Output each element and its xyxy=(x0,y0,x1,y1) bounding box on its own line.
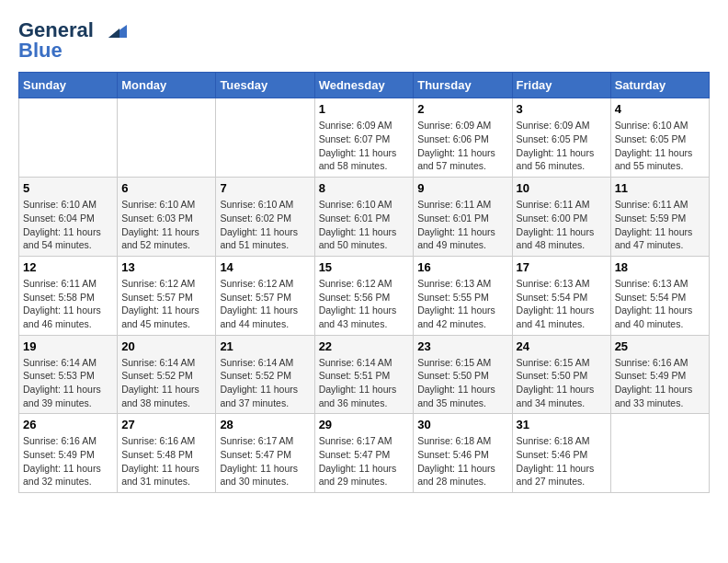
day-number: 22 xyxy=(319,339,410,353)
day-number: 18 xyxy=(615,260,705,274)
day-number: 17 xyxy=(517,260,607,274)
calendar-cell: 18Sunrise: 6:13 AMSunset: 5:54 PMDayligh… xyxy=(610,256,709,335)
calendar-table: SundayMondayTuesdayWednesdayThursdayFrid… xyxy=(18,72,710,493)
calendar-cell: 20Sunrise: 6:14 AMSunset: 5:52 PMDayligh… xyxy=(118,335,216,414)
day-number: 3 xyxy=(517,102,607,116)
calendar-cell: 19Sunrise: 6:14 AMSunset: 5:53 PMDayligh… xyxy=(19,335,118,414)
day-info: Sunrise: 6:17 AMSunset: 5:47 PMDaylight:… xyxy=(319,434,410,488)
day-info: Sunrise: 6:12 AMSunset: 5:57 PMDaylight:… xyxy=(220,277,310,331)
day-number: 10 xyxy=(517,181,607,195)
calendar-cell: 17Sunrise: 6:13 AMSunset: 5:54 PMDayligh… xyxy=(512,256,610,335)
day-info: Sunrise: 6:16 AMSunset: 5:49 PMDaylight:… xyxy=(23,434,113,488)
calendar-cell: 22Sunrise: 6:14 AMSunset: 5:51 PMDayligh… xyxy=(314,335,414,414)
calendar-cell: 15Sunrise: 6:12 AMSunset: 5:56 PMDayligh… xyxy=(314,256,414,335)
calendar-cell: 30Sunrise: 6:18 AMSunset: 5:46 PMDayligh… xyxy=(414,414,512,493)
svg-marker-1 xyxy=(108,29,119,38)
day-number: 5 xyxy=(23,181,113,195)
calendar-week-5: 26Sunrise: 6:16 AMSunset: 5:49 PMDayligh… xyxy=(19,414,710,493)
day-number: 1 xyxy=(319,102,410,116)
logo-icon xyxy=(101,21,127,41)
day-number: 23 xyxy=(417,339,507,353)
day-number: 28 xyxy=(220,418,310,431)
day-info: Sunrise: 6:18 AMSunset: 5:46 PMDaylight:… xyxy=(417,434,507,488)
calendar-cell: 24Sunrise: 6:15 AMSunset: 5:50 PMDayligh… xyxy=(512,335,610,414)
day-number: 6 xyxy=(121,181,211,195)
day-number: 9 xyxy=(417,181,507,195)
calendar-cell: 16Sunrise: 6:13 AMSunset: 5:55 PMDayligh… xyxy=(414,256,512,335)
day-number: 30 xyxy=(417,418,507,431)
day-number: 15 xyxy=(319,260,410,274)
calendar-cell: 12Sunrise: 6:11 AMSunset: 5:58 PMDayligh… xyxy=(19,256,118,335)
day-number: 8 xyxy=(319,181,410,195)
calendar-week-2: 5Sunrise: 6:10 AMSunset: 6:04 PMDaylight… xyxy=(19,178,710,257)
calendar-cell xyxy=(19,98,118,178)
day-info: Sunrise: 6:12 AMSunset: 5:57 PMDaylight:… xyxy=(121,277,211,331)
day-info: Sunrise: 6:18 AMSunset: 5:46 PMDaylight:… xyxy=(517,434,607,488)
calendar-cell: 23Sunrise: 6:15 AMSunset: 5:50 PMDayligh… xyxy=(414,335,512,414)
day-info: Sunrise: 6:14 AMSunset: 5:52 PMDaylight:… xyxy=(121,356,211,410)
weekday-header-monday: Monday xyxy=(118,73,216,98)
day-info: Sunrise: 6:17 AMSunset: 5:47 PMDaylight:… xyxy=(220,434,310,488)
calendar-cell: 29Sunrise: 6:17 AMSunset: 5:47 PMDayligh… xyxy=(314,414,414,493)
calendar-cell: 10Sunrise: 6:11 AMSunset: 6:00 PMDayligh… xyxy=(512,178,610,257)
day-number: 7 xyxy=(220,181,310,195)
calendar-cell: 6Sunrise: 6:10 AMSunset: 6:03 PMDaylight… xyxy=(118,178,216,257)
day-number: 24 xyxy=(517,339,607,353)
day-number: 2 xyxy=(417,102,507,116)
day-number: 26 xyxy=(23,418,113,431)
day-number: 29 xyxy=(319,418,410,431)
calendar-cell: 9Sunrise: 6:11 AMSunset: 6:01 PMDaylight… xyxy=(414,178,512,257)
weekday-header-friday: Friday xyxy=(512,73,610,98)
calendar-cell: 11Sunrise: 6:11 AMSunset: 5:59 PMDayligh… xyxy=(610,178,709,257)
calendar-cell xyxy=(118,98,216,178)
weekday-header-sunday: Sunday xyxy=(19,73,118,98)
calendar-cell xyxy=(610,414,709,493)
day-info: Sunrise: 6:12 AMSunset: 5:56 PMDaylight:… xyxy=(319,277,410,331)
day-number: 31 xyxy=(517,418,607,431)
day-number: 13 xyxy=(121,260,211,274)
weekday-header-thursday: Thursday xyxy=(414,73,512,98)
weekday-header-tuesday: Tuesday xyxy=(216,73,314,98)
weekday-header-wednesday: Wednesday xyxy=(314,73,414,98)
day-info: Sunrise: 6:13 AMSunset: 5:54 PMDaylight:… xyxy=(517,277,607,331)
day-number: 12 xyxy=(23,260,113,274)
logo: General Blue xyxy=(18,18,127,63)
calendar-cell: 26Sunrise: 6:16 AMSunset: 5:49 PMDayligh… xyxy=(19,414,118,493)
calendar-cell: 27Sunrise: 6:16 AMSunset: 5:48 PMDayligh… xyxy=(118,414,216,493)
calendar-cell: 4Sunrise: 6:10 AMSunset: 6:05 PMDaylight… xyxy=(610,98,709,178)
calendar-cell xyxy=(216,98,314,178)
day-number: 21 xyxy=(220,339,310,353)
page-header: General Blue xyxy=(18,18,710,63)
calendar-week-3: 12Sunrise: 6:11 AMSunset: 5:58 PMDayligh… xyxy=(19,256,710,335)
calendar-cell: 1Sunrise: 6:09 AMSunset: 6:07 PMDaylight… xyxy=(314,98,414,178)
day-info: Sunrise: 6:16 AMSunset: 5:49 PMDaylight:… xyxy=(615,356,705,410)
day-info: Sunrise: 6:10 AMSunset: 6:03 PMDaylight:… xyxy=(121,198,211,252)
weekday-header-saturday: Saturday xyxy=(610,73,709,98)
calendar-cell: 2Sunrise: 6:09 AMSunset: 6:06 PMDaylight… xyxy=(414,98,512,178)
day-info: Sunrise: 6:14 AMSunset: 5:53 PMDaylight:… xyxy=(23,356,113,410)
calendar-cell: 14Sunrise: 6:12 AMSunset: 5:57 PMDayligh… xyxy=(216,256,314,335)
day-number: 16 xyxy=(417,260,507,274)
calendar-cell: 13Sunrise: 6:12 AMSunset: 5:57 PMDayligh… xyxy=(118,256,216,335)
day-info: Sunrise: 6:11 AMSunset: 5:59 PMDaylight:… xyxy=(615,198,705,252)
day-number: 14 xyxy=(220,260,310,274)
calendar-week-1: 1Sunrise: 6:09 AMSunset: 6:07 PMDaylight… xyxy=(19,98,710,178)
day-info: Sunrise: 6:11 AMSunset: 6:01 PMDaylight:… xyxy=(417,198,507,252)
day-number: 20 xyxy=(121,339,211,353)
day-info: Sunrise: 6:14 AMSunset: 5:51 PMDaylight:… xyxy=(319,356,410,410)
calendar-cell: 8Sunrise: 6:10 AMSunset: 6:01 PMDaylight… xyxy=(314,178,414,257)
calendar-cell: 31Sunrise: 6:18 AMSunset: 5:46 PMDayligh… xyxy=(512,414,610,493)
day-info: Sunrise: 6:09 AMSunset: 6:07 PMDaylight:… xyxy=(319,119,410,173)
calendar-week-4: 19Sunrise: 6:14 AMSunset: 5:53 PMDayligh… xyxy=(19,335,710,414)
calendar-cell: 25Sunrise: 6:16 AMSunset: 5:49 PMDayligh… xyxy=(610,335,709,414)
day-info: Sunrise: 6:15 AMSunset: 5:50 PMDaylight:… xyxy=(417,356,507,410)
calendar-cell: 3Sunrise: 6:09 AMSunset: 6:05 PMDaylight… xyxy=(512,98,610,178)
calendar-cell: 5Sunrise: 6:10 AMSunset: 6:04 PMDaylight… xyxy=(19,178,118,257)
day-info: Sunrise: 6:15 AMSunset: 5:50 PMDaylight:… xyxy=(517,356,607,410)
day-number: 4 xyxy=(615,102,705,116)
day-info: Sunrise: 6:13 AMSunset: 5:55 PMDaylight:… xyxy=(417,277,507,331)
calendar-cell: 28Sunrise: 6:17 AMSunset: 5:47 PMDayligh… xyxy=(216,414,314,493)
day-number: 27 xyxy=(121,418,211,431)
day-info: Sunrise: 6:13 AMSunset: 5:54 PMDaylight:… xyxy=(615,277,705,331)
day-info: Sunrise: 6:10 AMSunset: 6:04 PMDaylight:… xyxy=(23,198,113,252)
